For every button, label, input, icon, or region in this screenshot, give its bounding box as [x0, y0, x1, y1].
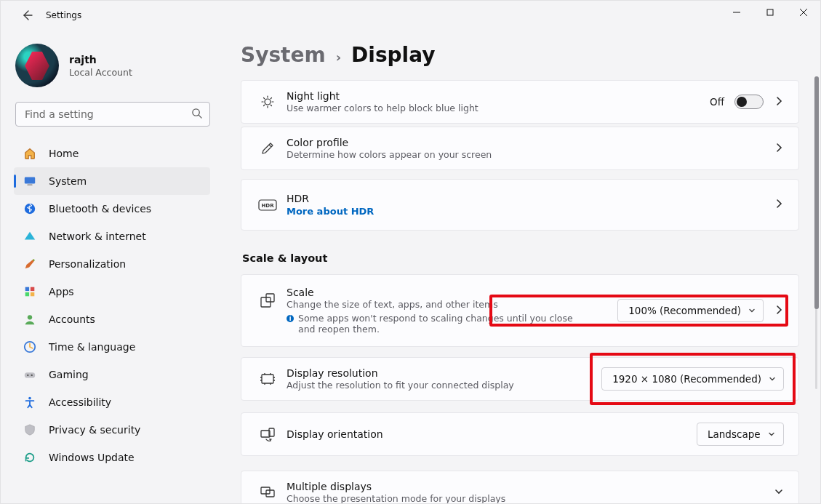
shield-icon	[23, 423, 37, 437]
svg-point-9	[28, 315, 32, 319]
sidebar-item-system[interactable]: System	[14, 167, 210, 195]
gamepad-icon	[23, 367, 37, 382]
sidebar-item-accessibility[interactable]: Accessibility	[14, 388, 210, 416]
night-light-toggle[interactable]	[734, 95, 764, 109]
resolution-select[interactable]: 1920 × 1080 (Recommended)	[601, 367, 784, 391]
chevron-right-icon: ›	[336, 49, 341, 65]
breadcrumb: System › Display	[241, 43, 820, 67]
card-hdr[interactable]: HDR HDR More about HDR	[241, 179, 799, 231]
minimize-button[interactable]	[720, 1, 753, 24]
user-account-type: Local Account	[69, 67, 132, 78]
card-color-profile[interactable]: Color profile Determine how colors appea…	[241, 127, 799, 170]
chevron-down-icon	[769, 373, 776, 385]
sidebar-item-update[interactable]: Windows Update	[14, 444, 210, 471]
scrollbar-thumb[interactable]	[814, 76, 819, 309]
user-block[interactable]: rajth Local Account	[15, 44, 212, 87]
sidebar-item-network[interactable]: Network & internet	[14, 223, 210, 250]
resolution-value: 1920 × 1080 (Recommended)	[612, 373, 761, 385]
wifi-icon	[23, 229, 37, 244]
svg-rect-2	[25, 177, 35, 184]
apps-icon	[23, 284, 37, 299]
chevron-right-icon[interactable]	[774, 304, 784, 318]
card-title: Scale	[287, 287, 617, 298]
orientation-value: Landscape	[708, 428, 761, 440]
home-icon	[23, 146, 37, 161]
eyedropper-icon	[253, 141, 282, 156]
sidebar: rajth Local Account Home	[1, 30, 219, 503]
nav-label: Accounts	[49, 313, 95, 325]
back-button[interactable]	[18, 7, 36, 24]
accessibility-icon	[23, 395, 37, 409]
orientation-icon	[253, 426, 282, 442]
search-input[interactable]	[23, 108, 191, 121]
user-name: rajth	[69, 54, 132, 65]
toggle-state: Off	[710, 96, 724, 108]
scale-value: 100% (Recommended)	[628, 305, 741, 316]
close-button[interactable]	[787, 1, 820, 24]
maximize-button[interactable]	[753, 1, 787, 24]
sidebar-item-privacy[interactable]: Privacy & security	[14, 416, 210, 444]
sidebar-item-bluetooth[interactable]: Bluetooth & devices	[14, 195, 210, 223]
svg-rect-21	[261, 431, 270, 437]
nav-list: Home System Bluetooth & devices Network …	[14, 140, 210, 471]
nav-label: Network & internet	[49, 231, 146, 242]
hdr-icon: HDR	[253, 199, 282, 211]
nav-label: Time & language	[49, 341, 135, 353]
orientation-select[interactable]: Landscape	[697, 423, 784, 446]
scale-note: Some apps won't respond to scaling chang…	[287, 313, 592, 335]
sidebar-item-accounts[interactable]: Accounts	[14, 305, 210, 333]
titlebar: Settings	[1, 1, 820, 30]
multiple-displays-icon	[253, 484, 282, 500]
chevron-right-icon[interactable]	[774, 142, 784, 156]
hdr-more-link[interactable]: More about HDR	[287, 206, 774, 217]
sidebar-item-gaming[interactable]: Gaming	[14, 361, 210, 388]
svg-point-1	[193, 108, 199, 115]
chevron-right-icon[interactable]	[774, 198, 784, 212]
chevron-down-icon[interactable]	[774, 486, 784, 500]
nav-label: Windows Update	[49, 452, 135, 463]
card-scale[interactable]: Scale Change the size of text, apps, and…	[241, 274, 799, 347]
sidebar-item-home[interactable]: Home	[14, 140, 210, 167]
card-resolution[interactable]: Display resolution Adjust the resolution…	[241, 357, 799, 401]
chevron-right-icon[interactable]	[774, 95, 784, 109]
night-light-icon	[253, 95, 282, 109]
card-night-light[interactable]: Night light Use warmer colors to help bl…	[241, 80, 799, 124]
sidebar-item-personalization[interactable]: Personalization	[14, 250, 210, 278]
svg-rect-8	[31, 292, 34, 296]
card-subtitle: Adjust the resolution to fit your connec…	[287, 380, 601, 391]
search-icon	[191, 108, 202, 121]
card-subtitle: Use warmer colors to help block blue lig…	[287, 103, 710, 113]
nav-label: Privacy & security	[49, 424, 140, 436]
person-icon	[23, 312, 37, 327]
sidebar-item-time[interactable]: Time & language	[14, 333, 210, 361]
card-title: Display resolution	[287, 367, 601, 379]
nav-label: Bluetooth & devices	[49, 203, 151, 215]
globe-clock-icon	[23, 340, 37, 354]
svg-rect-0	[767, 9, 773, 15]
nav-label: Apps	[49, 286, 74, 297]
card-multiple-displays[interactable]: Multiple displays Choose the presentatio…	[241, 471, 799, 503]
sidebar-item-apps[interactable]: Apps	[14, 278, 210, 305]
scale-select[interactable]: 100% (Recommended)	[617, 299, 764, 322]
svg-rect-6	[31, 287, 34, 291]
avatar	[15, 44, 59, 87]
search-box[interactable]	[15, 102, 210, 127]
card-title: Display orientation	[287, 428, 697, 440]
update-icon	[23, 450, 37, 465]
svg-rect-5	[25, 287, 29, 291]
svg-rect-20	[262, 375, 273, 383]
chevron-down-icon	[748, 305, 756, 316]
svg-point-12	[27, 375, 28, 376]
card-title: Color profile	[287, 137, 774, 148]
breadcrumb-parent[interactable]: System	[241, 43, 326, 67]
svg-point-13	[31, 375, 33, 376]
nav-label: Home	[49, 148, 79, 159]
svg-rect-7	[25, 292, 29, 296]
card-title: Night light	[287, 90, 710, 102]
paintbrush-icon	[23, 257, 37, 271]
card-subtitle: Choose the presentation mode for your di…	[287, 493, 774, 503]
nav-label: System	[49, 175, 87, 187]
resolution-icon	[253, 371, 282, 387]
system-icon	[23, 174, 37, 188]
card-orientation[interactable]: Display orientation Landscape	[241, 412, 799, 456]
